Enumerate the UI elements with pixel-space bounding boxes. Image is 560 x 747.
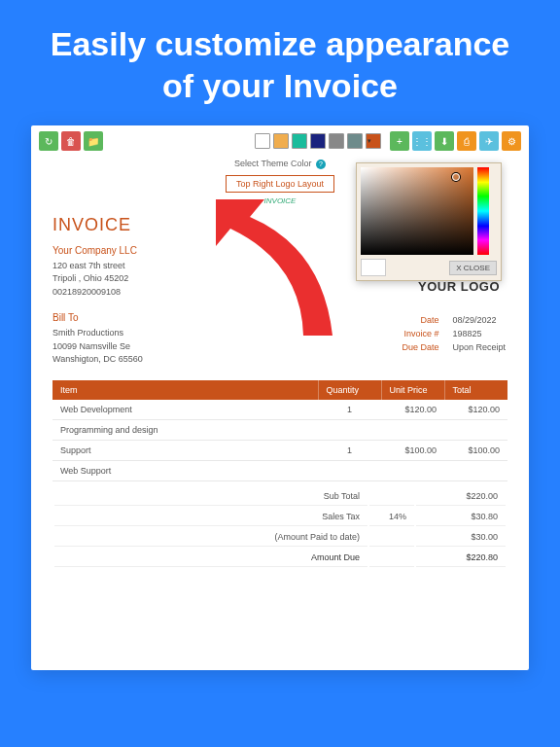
logo-text: YOUR LOGO (418, 279, 500, 294)
invoice-meta: Date08/29/2022Invoice #198825Due DateUpo… (400, 312, 508, 355)
refresh-button[interactable]: ↻ (39, 131, 58, 151)
layout-select-button[interactable]: Top Right Logo Layout (226, 175, 334, 193)
invoice-type-link[interactable]: INVOICE (264, 196, 297, 205)
bill-to-address: Smith Productions10099 Namsville SeWansh… (52, 327, 143, 367)
theme-swatch[interactable]: ▾ (366, 133, 381, 149)
download-button[interactable]: ⬇ (435, 131, 454, 151)
table-row: Support1$100.00$100.00 (52, 440, 508, 460)
theme-swatch-row: ▾ (255, 133, 381, 149)
color-picker-popover: X CLOSE (356, 162, 502, 281)
color-gradient[interactable] (361, 167, 473, 255)
table-row: Web Support (52, 460, 508, 480)
grid-button[interactable]: ⋮⋮ (412, 131, 432, 151)
archive-button[interactable]: 📁 (84, 131, 103, 151)
line-items-table: ItemQuantityUnit PriceTotal Web Developm… (52, 380, 508, 481)
theme-swatch[interactable] (292, 133, 307, 149)
add-button[interactable]: + (390, 131, 409, 151)
close-picker-button[interactable]: X CLOSE (449, 261, 497, 275)
help-icon[interactable]: ? (316, 160, 326, 169)
totals-table: Sub Total$220.00Sales Tax14%$30.80(Amoun… (52, 485, 508, 569)
theme-swatch[interactable] (329, 133, 344, 149)
table-row: Programming and design (52, 419, 508, 440)
hue-slider[interactable] (477, 167, 489, 255)
theme-label: Select Theme Color (234, 159, 311, 168)
theme-swatch[interactable] (273, 133, 289, 149)
more-button[interactable]: ⚙ (502, 131, 521, 151)
marketing-headline: Easily customize appearance of your Invo… (0, 0, 560, 125)
theme-swatch[interactable] (255, 133, 270, 149)
print-button[interactable]: ⎙ (457, 131, 476, 151)
color-cursor (452, 173, 460, 181)
invoice-editor: ↻🗑📁 ▾ +⋮⋮⬇⎙✈⚙ Select Theme Color ? L A Y… (31, 125, 529, 670)
send-button[interactable]: ✈ (479, 131, 499, 151)
toolbar: ↻🗑📁 ▾ +⋮⋮⬇⎙✈⚙ (31, 125, 529, 157)
theme-swatch[interactable] (347, 133, 363, 149)
delete-button[interactable]: 🗑 (61, 131, 81, 151)
theme-swatch[interactable] (310, 133, 326, 149)
selected-color-chip (361, 259, 386, 276)
table-row: Web Development1$120.00$120.00 (52, 400, 508, 420)
bill-to-label: Bill To (52, 312, 143, 323)
